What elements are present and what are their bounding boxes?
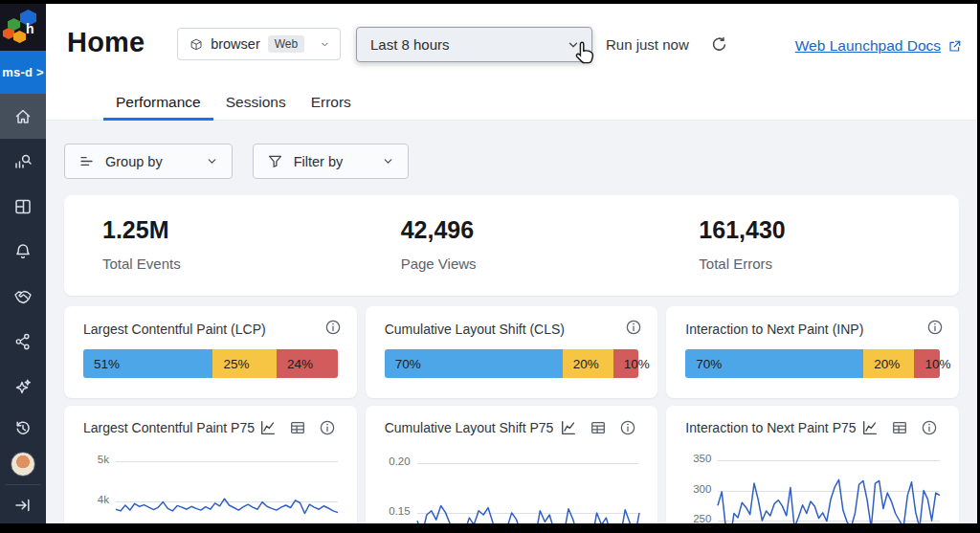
line-chart-icon[interactable] — [560, 419, 577, 436]
chevron-down-icon — [382, 155, 394, 167]
sidebar-item-notifications[interactable] — [0, 230, 46, 275]
main-area: Home browser Web Last 8 hours Run just n… — [46, 4, 977, 523]
timeframe-dropdown[interactable]: Last 8 hours — [356, 27, 592, 62]
vital-segment: 70% — [685, 349, 863, 378]
info-icon[interactable] — [324, 319, 342, 340]
chart-actions — [861, 419, 940, 436]
group-by-button[interactable]: Group by — [64, 144, 233, 179]
group-by-label: Group by — [105, 154, 163, 169]
sidebar-expand-button[interactable] — [0, 487, 46, 523]
sidebar-item-metrics[interactable] — [0, 139, 46, 184]
cls-card: Cumulative Layout Shift (CLS) 70%20%10% — [366, 306, 658, 398]
run-status-label: Run just now — [606, 36, 689, 53]
y-tick-label: 0.20 — [389, 455, 410, 467]
filter-toolbar: Group by Filter by — [64, 144, 959, 179]
stacked-bar: 70%20%10% — [385, 349, 639, 378]
tab-bar: Performance Sessions Errors — [46, 84, 977, 121]
cls-p75-card: Cumulative Layout Shift P75 0.200.15 — [366, 406, 658, 523]
y-tick-label: 350 — [693, 453, 711, 464]
line-chart: 0.200.15 — [417, 453, 639, 523]
screenshot-stage: h ms-d > — [0, 0, 980, 533]
app-type-badge: Web — [268, 35, 304, 53]
sidebar-item-home[interactable] — [0, 94, 46, 139]
info-icon[interactable] — [921, 419, 938, 436]
table-icon[interactable] — [289, 419, 306, 436]
tab-sessions[interactable]: Sessions — [213, 84, 299, 120]
info-icon[interactable] — [619, 419, 636, 436]
run-status-row: Run just now — [606, 35, 728, 54]
docs-link-label: Web Launchpad Docs — [795, 37, 941, 55]
home-icon — [13, 107, 33, 126]
info-icon[interactable] — [625, 319, 642, 340]
stat-total-errors: 161,430 Total Errors — [660, 195, 959, 296]
card-title: Largest Contentful Paint (LCP) — [83, 322, 338, 337]
expand-sidebar-icon — [13, 496, 33, 515]
info-icon[interactable] — [319, 419, 336, 436]
sidebar-divider — [6, 484, 40, 485]
tab-performance[interactable]: Performance — [103, 84, 213, 120]
group-by-icon — [78, 153, 95, 169]
app-selector-dropdown[interactable]: browser Web — [177, 28, 341, 60]
docs-link[interactable]: Web Launchpad Docs — [795, 37, 962, 55]
workspace-switcher[interactable]: ms-d > — [0, 51, 46, 94]
vital-segment: 20% — [563, 349, 613, 378]
stat-label: Total Errors — [699, 255, 959, 272]
sidebar-item-dashboards[interactable] — [0, 184, 46, 229]
y-tick-label: 4k — [98, 494, 109, 505]
refresh-icon[interactable] — [710, 35, 728, 54]
stacked-bar: 51%25%24% — [83, 349, 338, 378]
user-avatar — [11, 452, 35, 477]
info-icon[interactable] — [926, 319, 944, 340]
chart-line — [417, 453, 639, 523]
logo-letter: h — [26, 21, 34, 36]
stat-value: 161,430 — [699, 216, 959, 244]
tab-errors[interactable]: Errors — [299, 84, 364, 120]
vital-segment: 20% — [863, 349, 914, 378]
sidebar-item-collaboration[interactable] — [0, 275, 46, 320]
line-chart-icon[interactable] — [259, 419, 277, 436]
vital-segment-label: 20% — [573, 357, 599, 371]
sidebar-item-profile[interactable] — [0, 446, 46, 482]
app-logo[interactable]: h — [0, 4, 46, 51]
mouse-cursor — [572, 40, 598, 66]
chevron-down-icon — [320, 38, 330, 51]
chart-line — [718, 453, 940, 523]
content-area: Group by Filter by 1.25M Total Events — [46, 121, 977, 523]
filter-by-button[interactable]: Filter by — [253, 144, 410, 179]
vital-segment-label: 70% — [395, 357, 421, 371]
card-title: Cumulative Layout Shift P75 — [385, 420, 554, 435]
sparkles-icon — [13, 377, 33, 396]
y-tick-label: 300 — [693, 483, 711, 495]
stat-total-events: 1.25M Total Events — [64, 195, 363, 296]
vital-segment: 25% — [212, 349, 276, 378]
chevron-down-icon — [206, 155, 218, 167]
summary-stats-card: 1.25M Total Events 42,496 Page Views 161… — [64, 195, 959, 296]
sidebar-item-history[interactable] — [0, 410, 46, 446]
table-icon[interactable] — [891, 419, 908, 436]
filter-funnel-icon — [267, 153, 283, 169]
vital-segment-label: 25% — [223, 357, 249, 371]
vital-segment: 70% — [385, 349, 563, 378]
card-title: Cumulative Layout Shift (CLS) — [385, 322, 639, 337]
sidebar-item-ai[interactable] — [0, 365, 46, 410]
lcp-p75-card: Largest Contentful Paint P75 5k4k — [64, 406, 357, 523]
dashboard-grid-icon — [13, 197, 33, 216]
sidebar-item-integrations[interactable] — [0, 320, 46, 365]
app-selector-label: browser — [211, 36, 260, 52]
sidebar-bottom — [0, 410, 46, 523]
card-title: Largest Contentful Paint P75 — [83, 420, 255, 435]
bell-icon — [13, 242, 33, 261]
inp-card: Interaction to Next Paint (INP) 70%20%10… — [666, 306, 959, 398]
stat-label: Page Views — [401, 255, 661, 272]
cube-icon — [189, 36, 203, 53]
stat-label: Total Events — [102, 255, 363, 272]
vital-segment-label: 24% — [287, 357, 313, 371]
letterbox-bottom — [0, 523, 980, 533]
lcp-card: Largest Contentful Paint (LCP) 51%25%24% — [64, 306, 357, 398]
line-chart: 350300250 — [718, 453, 940, 523]
chart-search-icon — [13, 152, 33, 171]
table-icon[interactable] — [590, 419, 607, 436]
vital-segment-label: 70% — [696, 357, 722, 371]
line-chart-icon[interactable] — [861, 419, 879, 436]
chart-actions — [259, 419, 338, 436]
